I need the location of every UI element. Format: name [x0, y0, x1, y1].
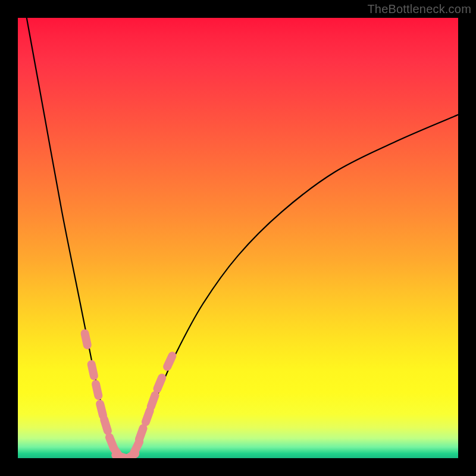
bottleneck-curve-left: [27, 18, 121, 458]
watermark-text: TheBottleneck.com: [367, 2, 471, 16]
trough-marker: [157, 378, 162, 389]
trough-marker: [167, 356, 172, 367]
plot-area: [18, 18, 458, 458]
chart-frame: TheBottleneck.com: [0, 0, 476, 476]
trough-markers: [85, 333, 173, 458]
trough-marker: [146, 411, 150, 422]
trough-marker: [96, 384, 98, 396]
trough-marker: [100, 404, 103, 415]
curve-layer: [18, 18, 458, 458]
trough-marker: [104, 419, 108, 431]
trough-marker: [85, 333, 87, 345]
trough-marker: [92, 364, 94, 376]
trough-marker: [139, 428, 143, 440]
trough-marker: [151, 395, 155, 406]
bottleneck-curve-right: [130, 115, 458, 458]
